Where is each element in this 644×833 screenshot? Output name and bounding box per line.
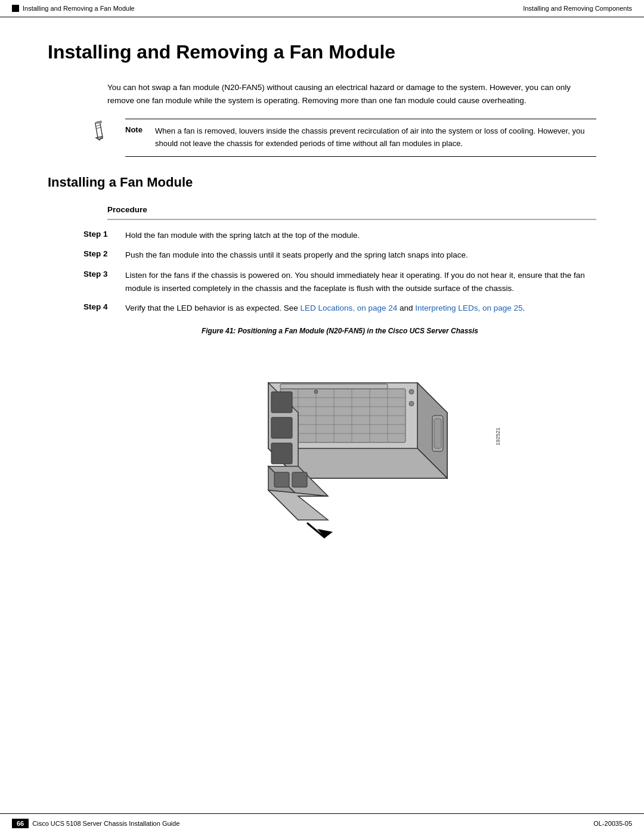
- figure-caption: Figure 41: Positioning a Fan Module (N20…: [83, 327, 596, 335]
- table-row: Step 1 Hold the fan module with the spri…: [83, 229, 596, 242]
- step-3-label: Step 3: [83, 269, 116, 278]
- figure-side-text: 192521: [495, 428, 501, 445]
- table-row: Step 3 Listen for the fans if the chassi…: [83, 269, 596, 295]
- svg-rect-32: [434, 419, 441, 448]
- table-row: Step 4 Verify that the LED behavior is a…: [83, 302, 596, 315]
- fan-module-image: [221, 344, 459, 547]
- steps-container: Step 1 Hold the fan module with the spri…: [83, 229, 596, 315]
- main-content: Installing and Removing a Fan Module You…: [0, 17, 644, 583]
- step-2-content: Push the fan module into the chassis unt…: [125, 249, 596, 262]
- svg-rect-27: [274, 472, 289, 487]
- led-locations-link[interactable]: LED Locations, on page 24: [300, 304, 397, 312]
- footer-bar: 66 Cisco UCS 5108 Server Chassis Install…: [0, 813, 644, 833]
- svg-line-4: [97, 128, 101, 129]
- step-1-label: Step 1: [83, 229, 116, 239]
- footer-page-number: 66: [12, 819, 29, 828]
- header-square-icon: [12, 5, 19, 12]
- footer-right-text: OL-20035-05: [593, 820, 632, 827]
- svg-rect-21: [271, 392, 292, 413]
- footer-center-text: Cisco UCS 5108 Server Chassis Installati…: [32, 820, 179, 827]
- intro-text: You can hot swap a fan module (N20-FAN5)…: [107, 81, 596, 107]
- header-left-text: Installing and Removing a Fan Module: [23, 5, 135, 12]
- step-1-content: Hold the fan module with the spring latc…: [125, 229, 596, 242]
- svg-rect-28: [292, 472, 307, 487]
- footer-left: 66 Cisco UCS 5108 Server Chassis Install…: [12, 819, 179, 828]
- table-row: Step 2 Push the fan module into the chas…: [83, 249, 596, 262]
- svg-point-34: [409, 401, 414, 406]
- step-2-label: Step 2: [83, 249, 116, 258]
- svg-rect-36: [280, 384, 388, 389]
- svg-point-33: [409, 389, 414, 394]
- svg-rect-2: [95, 120, 102, 124]
- procedure-label: Procedure: [107, 205, 596, 220]
- step-4-content: Verify that the LED behavior is as expec…: [125, 302, 596, 315]
- header-right-text: Installing and Removing Components: [523, 5, 632, 12]
- page-title: Installing and Removing a Fan Module: [48, 41, 596, 63]
- interpreting-leds-link[interactable]: Interpreting LEDs, on page 25: [415, 304, 522, 312]
- note-text: When a fan is removed, louvers inside th…: [155, 125, 596, 150]
- svg-rect-22: [271, 417, 292, 438]
- section-heading: Installing a Fan Module: [48, 175, 596, 190]
- svg-marker-1: [96, 137, 102, 140]
- note-pencil-icon: [85, 119, 112, 145]
- svg-rect-23: [271, 443, 292, 464]
- header-left: Installing and Removing a Fan Module: [12, 5, 135, 12]
- procedure-header: Procedure: [107, 205, 596, 220]
- step-3-content: Listen for the fans if the chassis is po…: [125, 269, 596, 295]
- header-bar: Installing and Removing a Fan Module Ins…: [0, 0, 644, 17]
- figure-container: 192521: [83, 344, 596, 547]
- note-section: Note When a fan is removed, louvers insi…: [83, 119, 596, 157]
- note-content: Note When a fan is removed, louvers insi…: [125, 119, 596, 157]
- note-label: Note: [125, 125, 146, 150]
- step-4-label: Step 4: [83, 302, 116, 311]
- svg-point-35: [314, 390, 318, 394]
- svg-line-3: [96, 125, 100, 126]
- note-icon-container: [83, 119, 113, 145]
